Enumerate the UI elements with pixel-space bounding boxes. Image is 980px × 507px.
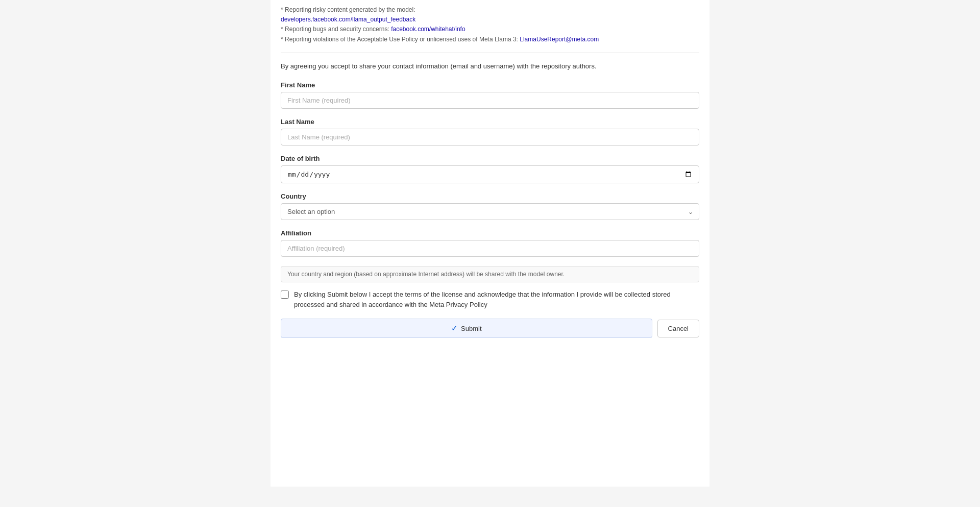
violations-label: * Reporting violations of the Acceptable… [281,36,518,43]
risky-content-label: * Reporting risky content generated by t… [281,6,415,13]
country-group: Country Select an option United States U… [281,192,699,220]
submit-button-label: Submit [461,325,481,332]
affiliation-label: Affiliation [281,229,699,237]
bugs-label: * Reporting bugs and security concerns: [281,26,389,33]
last-name-label: Last Name [281,118,699,126]
affiliation-input[interactable] [281,240,699,257]
date-of-birth-label: Date of birth [281,155,699,162]
violations-link[interactable]: LlamaUseReport@meta.com [520,36,599,43]
info-section: * Reporting risky content generated by t… [281,0,699,53]
country-select[interactable]: Select an option United States United Ki… [281,203,699,220]
last-name-input[interactable] [281,129,699,146]
country-select-wrapper: Select an option United States United Ki… [281,203,699,220]
bugs-link[interactable]: facebook.com/whitehat/info [391,26,465,33]
agreement-text: By agreeing you accept to share your con… [281,61,699,71]
info-text-block: * Reporting risky content generated by t… [281,5,699,44]
form-actions: ✓ Submit Cancel [281,319,699,338]
affiliation-group: Affiliation [281,229,699,257]
notice-box: Your country and region (based on approx… [281,266,699,282]
cancel-button[interactable]: Cancel [657,320,699,337]
terms-checkbox[interactable] [281,291,289,299]
first-name-input[interactable] [281,92,699,109]
notice-text: Your country and region (based on approx… [287,271,565,278]
date-of-birth-group: Date of birth [281,155,699,183]
first-name-label: First Name [281,81,699,89]
content-area: * Reporting risky content generated by t… [271,0,709,487]
country-label: Country [281,192,699,200]
terms-checkbox-group: By clicking Submit below I accept the te… [281,289,699,309]
risky-content-link[interactable]: developers.facebook.com/llama_output_fee… [281,16,415,23]
date-of-birth-input[interactable] [281,165,699,183]
check-circle-icon: ✓ [451,324,458,333]
last-name-group: Last Name [281,118,699,146]
submit-button[interactable]: ✓ Submit [281,319,652,338]
first-name-group: First Name [281,81,699,109]
terms-checkbox-label: By clicking Submit below I accept the te… [294,289,699,309]
page-wrapper: * Reporting risky content generated by t… [0,0,980,507]
